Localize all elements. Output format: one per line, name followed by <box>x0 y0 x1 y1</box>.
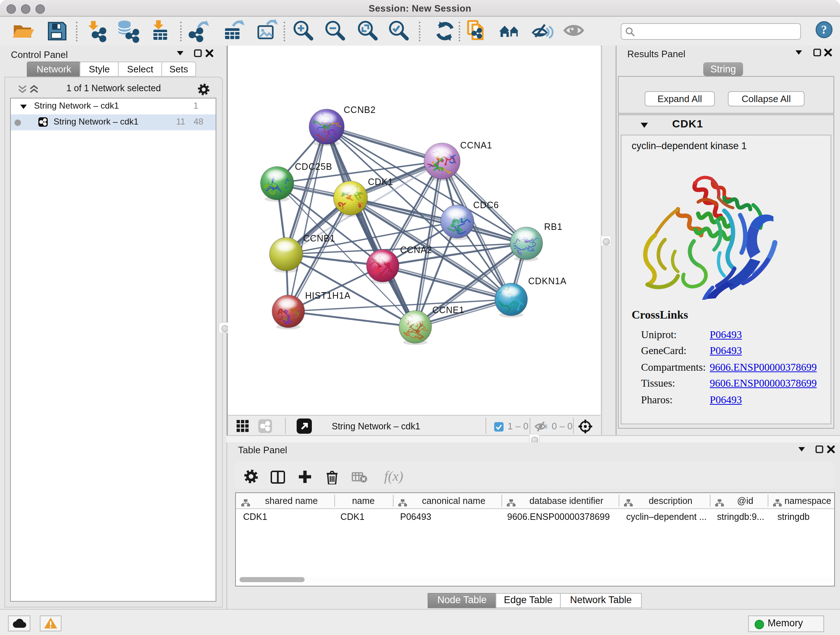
svg-text:HIST1H1A: HIST1H1A <box>305 290 350 301</box>
svg-text:CCNA1: CCNA1 <box>460 140 492 150</box>
svg-text:CCNA2: CCNA2 <box>400 245 432 255</box>
svg-text:CCNB2: CCNB2 <box>343 105 376 115</box>
svg-text:?: ? <box>821 23 827 36</box>
svg-text:CDC25B: CDC25B <box>294 162 332 172</box>
svg-text:CDK1: CDK1 <box>368 177 393 187</box>
svg-text:CDC6: CDC6 <box>473 200 499 210</box>
svg-text:CDKN1A: CDKN1A <box>528 276 566 286</box>
svg-text:CCNE1: CCNE1 <box>432 305 464 315</box>
svg-text:RB1: RB1 <box>544 222 562 232</box>
svg-text:CCNB1: CCNB1 <box>303 233 335 243</box>
